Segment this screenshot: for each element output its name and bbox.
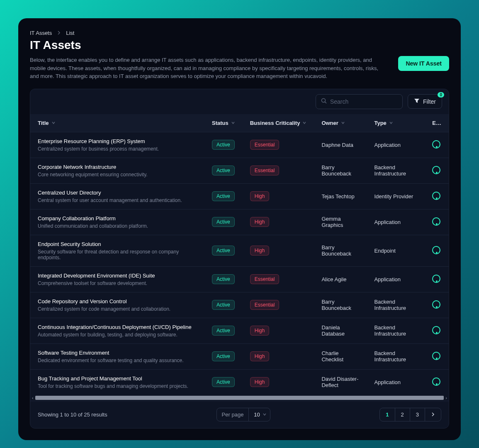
col-header-status[interactable]: Status bbox=[212, 120, 235, 126]
table-row[interactable]: Integrated Development Environment (IDE)… bbox=[30, 266, 449, 292]
criticality-badge: Essential bbox=[250, 300, 280, 310]
table-row[interactable]: Software Testing EnvironmentDedicated en… bbox=[30, 343, 449, 369]
owner-cell: Tejas Techtop bbox=[314, 183, 367, 209]
pager-next[interactable] bbox=[425, 408, 441, 421]
criticality-badge: High bbox=[250, 351, 270, 361]
asset-subtitle: Centralized system for business process … bbox=[38, 146, 197, 152]
status-badge: Active bbox=[212, 166, 235, 175]
breadcrumb-root[interactable]: IT Assets bbox=[30, 30, 52, 36]
status-badge: Active bbox=[212, 274, 235, 284]
chevron-left-icon[interactable]: ‹ bbox=[32, 395, 34, 400]
asset-title: Bug Tracking and Project Management Tool bbox=[38, 375, 197, 382]
environment-indicator-icon bbox=[432, 246, 440, 254]
type-cell: Backend Infrastructure bbox=[367, 158, 425, 183]
col-header-type[interactable]: Type bbox=[374, 120, 417, 126]
col-header-owner[interactable]: Owner bbox=[321, 120, 359, 126]
pager-page-2[interactable]: 2 bbox=[395, 408, 410, 421]
environment-indicator-icon bbox=[432, 217, 440, 226]
status-badge: Active bbox=[212, 246, 235, 256]
horizontal-scrollbar[interactable]: ‹ › bbox=[30, 395, 449, 401]
svg-line-1 bbox=[325, 102, 326, 103]
assets-table: Title Status Business Criticality Owner … bbox=[30, 114, 449, 395]
table-row[interactable]: Corporate Network InfrastructureCore net… bbox=[30, 158, 449, 183]
type-cell: Application bbox=[367, 209, 425, 235]
environment-indicator-icon bbox=[432, 352, 440, 360]
status-badge: Active bbox=[212, 351, 235, 361]
type-cell: Identity Provider bbox=[367, 183, 425, 209]
new-it-asset-button[interactable]: New IT Asset bbox=[398, 56, 449, 71]
filter-label: Filter bbox=[423, 98, 436, 105]
environment-indicator-icon bbox=[432, 300, 440, 309]
chevron-down-icon bbox=[302, 120, 306, 126]
status-badge: Active bbox=[212, 191, 235, 201]
perpage-select[interactable]: 10 bbox=[249, 408, 270, 421]
asset-title: Software Testing Environment bbox=[38, 350, 197, 356]
owner-cell: Barry Bounceback bbox=[314, 158, 367, 183]
pager: 123 bbox=[379, 408, 441, 421]
page-title: IT Assets bbox=[30, 39, 449, 52]
pager-page-3[interactable]: 3 bbox=[410, 408, 425, 421]
search-icon bbox=[321, 98, 327, 105]
chevron-down-icon bbox=[341, 120, 345, 126]
col-type-label: Type bbox=[374, 120, 386, 126]
table-scroll[interactable]: Title Status Business Criticality Owner … bbox=[30, 114, 449, 395]
owner-cell: Daniela Database bbox=[314, 318, 367, 343]
status-badge: Active bbox=[212, 377, 235, 387]
asset-subtitle: Security software for threat detection a… bbox=[38, 249, 197, 261]
environment-indicator-icon bbox=[432, 377, 440, 386]
asset-subtitle: Centralized system for code management a… bbox=[38, 306, 197, 312]
col-header-criticality[interactable]: Business Criticality bbox=[250, 120, 307, 126]
filter-count-badge: 0 bbox=[438, 92, 444, 97]
col-header-env[interactable]: E… bbox=[425, 114, 449, 132]
search-wrap[interactable] bbox=[316, 94, 403, 109]
status-badge: Active bbox=[212, 326, 235, 336]
environment-indicator-icon bbox=[432, 275, 440, 283]
asset-title: Integrated Development Environment (IDE)… bbox=[38, 273, 197, 279]
filter-button[interactable]: Filter 0 bbox=[408, 94, 442, 109]
type-cell: Backend Infrastructure bbox=[367, 318, 425, 343]
criticality-badge: Essential bbox=[250, 274, 280, 284]
scrollbar-track[interactable] bbox=[35, 396, 444, 400]
asset-subtitle: Tool for tracking software bugs and mana… bbox=[38, 383, 197, 389]
owner-cell: Alice Agile bbox=[314, 266, 367, 292]
criticality-badge: High bbox=[250, 217, 270, 227]
table-row[interactable]: Company Collaboration PlatformUnified co… bbox=[30, 209, 449, 235]
criticality-badge: Essential bbox=[250, 166, 280, 175]
col-header-title[interactable]: Title bbox=[38, 120, 197, 126]
chevron-right-icon bbox=[57, 30, 61, 36]
svg-point-0 bbox=[321, 98, 325, 102]
type-cell: Backend Infrastructure bbox=[367, 343, 425, 369]
table-row[interactable]: Endpoint Security SolutionSecurity softw… bbox=[30, 235, 449, 266]
table-card: Filter 0 Title Status Business Criticali… bbox=[30, 89, 449, 429]
asset-subtitle: Automated system for building, testing, … bbox=[38, 332, 197, 338]
breadcrumb: IT Assets List bbox=[30, 30, 449, 36]
search-input[interactable] bbox=[330, 98, 403, 105]
asset-title: Company Collaboration Platform bbox=[38, 215, 197, 222]
owner-cell: Barry Bounceback bbox=[314, 292, 367, 318]
table-row[interactable]: Centralized User DirectoryCentral system… bbox=[30, 183, 449, 209]
owner-cell: Barry Bounceback bbox=[314, 235, 367, 266]
criticality-badge: High bbox=[250, 377, 270, 387]
table-row[interactable]: Bug Tracking and Project Management Tool… bbox=[30, 369, 449, 395]
chevron-right-icon[interactable]: › bbox=[445, 395, 447, 400]
pagination-bar: Showing 1 to 10 of 25 results Per page 1… bbox=[30, 401, 449, 428]
chevron-down-icon bbox=[389, 120, 393, 126]
table-row[interactable]: Enterprise Resource Planning (ERP) Syste… bbox=[30, 132, 449, 158]
status-badge: Active bbox=[212, 140, 235, 150]
asset-title: Centralized User Directory bbox=[38, 190, 197, 196]
perpage-control: Per page 10 bbox=[216, 408, 271, 421]
type-cell: Endpoint bbox=[367, 235, 425, 266]
owner-cell: Daphne Data bbox=[314, 132, 367, 158]
col-criticality-label: Business Criticality bbox=[250, 120, 300, 126]
asset-title: Code Repository and Version Control bbox=[38, 298, 197, 304]
environment-indicator-icon bbox=[432, 192, 440, 200]
pager-page-1[interactable]: 1 bbox=[380, 408, 395, 421]
environment-indicator-icon bbox=[432, 326, 440, 334]
asset-subtitle: Unified communication and collaboration … bbox=[38, 223, 197, 229]
page-description: Below, the interface enables you to defi… bbox=[30, 56, 382, 80]
table-row[interactable]: Continuous Integration/Continuous Deploy… bbox=[30, 318, 449, 343]
col-title-label: Title bbox=[38, 120, 49, 126]
type-cell: Application bbox=[367, 132, 425, 158]
table-row[interactable]: Code Repository and Version ControlCentr… bbox=[30, 292, 449, 318]
criticality-badge: High bbox=[250, 246, 270, 256]
